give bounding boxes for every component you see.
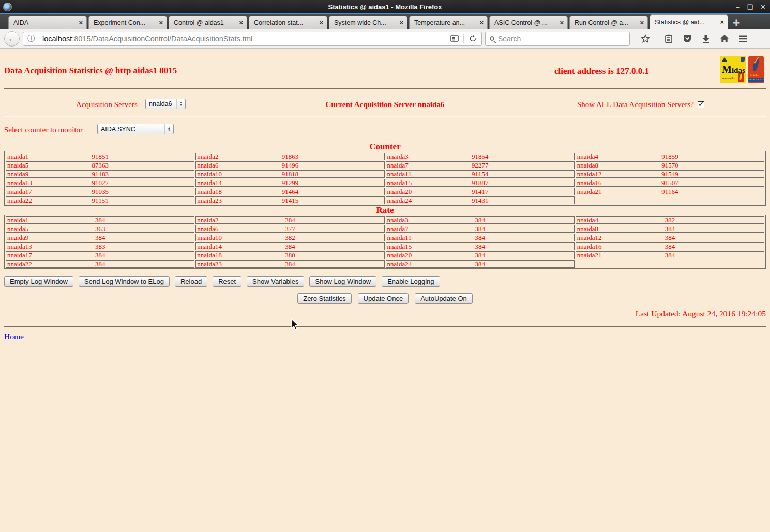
tab-experiment-con[interactable]: Experiment Con...× — [88, 16, 167, 29]
show-variables-button[interactable]: Show Variables — [247, 276, 304, 287]
page-info-icon[interactable]: ⓘ — [27, 34, 35, 43]
tab-statistics-aid[interactable]: Statistics @ aid...× — [650, 14, 728, 29]
tab-temperature-an[interactable]: Temperature an...× — [409, 16, 488, 29]
table-row: nnaida191851nnaida291863nnaida391854nnai… — [6, 153, 764, 160]
bookmarks-clipboard-icon[interactable] — [661, 32, 676, 45]
reset-button[interactable]: Reset — [213, 276, 241, 287]
autoupdate-on-button[interactable]: AutoUpdate On — [415, 293, 473, 304]
stat-cell-nnaida15: nnaida1591887 — [386, 179, 575, 187]
tab-close-icon[interactable]: × — [479, 19, 484, 26]
reader-mode-icon[interactable] — [448, 33, 461, 44]
enable-logging-button[interactable]: Enable Logging — [382, 276, 440, 287]
stat-cell-nnaida4: nnaida4382 — [576, 216, 764, 224]
server-name: nnaida16 — [577, 243, 602, 250]
stat-value: 91299 — [196, 179, 384, 186]
tab-aida[interactable]: AIDA× — [8, 16, 87, 29]
counter-monitor-select[interactable]: AIDA SYNC ▲▼ — [97, 124, 174, 134]
select-spinner-icon: ▲▼ — [164, 124, 173, 134]
stat-value: 384 — [386, 217, 574, 223]
close-button[interactable]: ✕ — [760, 4, 766, 10]
tab-close-icon[interactable]: × — [720, 18, 724, 26]
minimize-button[interactable]: – — [736, 4, 739, 10]
server-name: nnaida23 — [197, 197, 222, 204]
tab-correlation-stat[interactable]: Correlation stat...× — [249, 16, 327, 29]
stat-value: 91854 — [386, 153, 574, 160]
url-bar[interactable]: ⓘ localhost:8015/DataAcquisitionControl/… — [23, 32, 482, 46]
stat-cell-nnaida12: nnaida1291549 — [576, 170, 764, 178]
stat-cell-nnaida1: nnaida1384 — [6, 216, 194, 224]
stat-value: 91851 — [6, 153, 194, 160]
stat-value: 384 — [386, 225, 574, 232]
server-name: nnaida9 — [7, 234, 28, 241]
tcl-powered-text: POWERED — [748, 78, 764, 82]
url-text[interactable]: localhost:8015/DataAcquisitionControl/Da… — [42, 35, 448, 43]
tab-close-icon[interactable]: × — [640, 19, 644, 26]
update-once-button[interactable]: Update Once — [358, 293, 409, 304]
midas-mini-tcl-icon — [738, 73, 744, 82]
server-name: nnaida1 — [7, 217, 28, 223]
send-log-window-to-elog-button[interactable]: Send Log Window to ELog — [79, 276, 170, 287]
reload-icon[interactable] — [466, 33, 479, 44]
stat-value: 384 — [576, 252, 764, 259]
tab-asic-control[interactable]: ASIC Control @ ...× — [489, 16, 568, 29]
show-all-servers-checkbox[interactable] — [698, 101, 704, 108]
server-name: nnaida3 — [387, 153, 409, 160]
empty-log-window-button[interactable]: Empty Log Window — [4, 276, 73, 287]
server-name: nnaida14 — [197, 179, 222, 186]
menu-hamburger-icon[interactable] — [736, 32, 750, 45]
stat-value: 384 — [386, 261, 574, 267]
server-name: nnaida20 — [387, 188, 412, 195]
midas-logo[interactable]: Midas powered by — [720, 56, 746, 83]
tcl-powered-logo[interactable]: TCL POWERED — [748, 56, 764, 83]
window-titlebar: Statistics @ aidas1 - Mozilla Firefox – … — [0, 0, 770, 14]
server-name: nnaida8 — [577, 162, 598, 169]
tab-control-aidas1[interactable]: Control @ aidas1× — [169, 16, 247, 29]
back-button[interactable]: ← — [4, 31, 20, 47]
firefox-icon — [3, 3, 12, 11]
tab-close-icon[interactable]: × — [560, 19, 564, 26]
tab-close-icon[interactable]: × — [239, 19, 243, 26]
stat-value: 91570 — [576, 162, 764, 169]
bookmark-star-icon[interactable] — [638, 32, 653, 45]
tab-close-icon[interactable]: × — [319, 19, 323, 26]
zero-statistics-button[interactable]: Zero Statistics — [297, 293, 351, 304]
stat-value: 383 — [6, 243, 194, 250]
maximize-button[interactable]: ❑ — [747, 4, 753, 10]
stat-value: 384 — [386, 252, 574, 259]
tab-system-wide-ch[interactable]: System wide Ch...× — [329, 16, 407, 29]
download-icon[interactable] — [699, 32, 713, 45]
server-name: nnaida5 — [7, 162, 28, 169]
url-path: :8015/DataAcquisitionControl/DataAcquisi… — [72, 35, 252, 43]
tab-close-icon[interactable]: × — [399, 19, 403, 26]
server-name: nnaida22 — [7, 261, 32, 267]
tab-run-control-a[interactable]: Run Control @ a...× — [569, 16, 648, 29]
stat-value: 91887 — [386, 179, 574, 186]
new-tab-button[interactable]: ✚ — [730, 17, 743, 29]
divider — [4, 88, 766, 89]
stat-cell-nnaida22: nnaida22384 — [6, 260, 194, 268]
stat-value: 91859 — [576, 153, 764, 160]
tab-label: Run Control @ a... — [575, 19, 637, 26]
home-icon[interactable] — [717, 32, 732, 45]
tab-strip: AIDA×Experiment Con...×Control @ aidas1×… — [0, 14, 770, 29]
tab-close-icon[interactable]: × — [159, 19, 163, 26]
stat-value: 91417 — [386, 188, 574, 195]
stat-cell-nnaida2: nnaida2384 — [195, 216, 384, 224]
last-updated-text: Last Updated: August 24, 2016 19:24:05 — [636, 309, 766, 318]
pocket-icon[interactable] — [680, 32, 694, 45]
show-log-window-button[interactable]: Show Log Window — [309, 276, 376, 287]
tab-close-icon[interactable]: × — [79, 19, 83, 26]
stat-cell-nnaida11: nnaida1191154 — [386, 170, 575, 178]
counter-select-label: Select counter to monitor — [4, 126, 83, 134]
server-name: nnaida16 — [577, 179, 602, 186]
server-name: nnaida11 — [387, 171, 412, 177]
stat-cell-nnaida10: nnaida1091818 — [195, 170, 384, 178]
stat-value: 384 — [196, 261, 384, 267]
reload-button[interactable]: Reload — [175, 276, 207, 287]
search-bar[interactable]: Search — [485, 32, 630, 46]
stat-value: 380 — [196, 252, 384, 259]
server-name: nnaida13 — [7, 243, 32, 250]
tab-label: Experiment Con... — [94, 19, 156, 26]
stat-cell-nnaida6: nnaida6377 — [195, 225, 384, 233]
home-link[interactable]: Home — [4, 332, 24, 341]
